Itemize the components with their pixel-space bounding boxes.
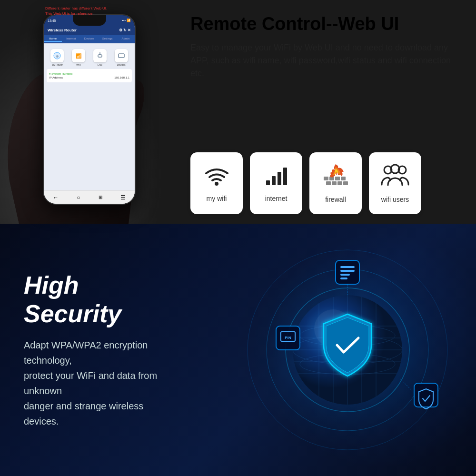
right-content: Remote Control--Web UI Easy to manage yo…: [181, 0, 476, 224]
svg-rect-8: [272, 176, 276, 185]
svg-text:⊕: ⊕: [56, 54, 59, 59]
phone-content: ⊕ My Router 📶 WiFi: [44, 43, 135, 87]
wifi-users-icon: [381, 163, 409, 190]
svg-rect-44: [340, 270, 355, 272]
feature-card-internet: internet: [250, 152, 302, 214]
firewall-label: firewall: [325, 196, 346, 203]
svg-text:PIN: PIN: [285, 336, 291, 340]
bottom-section: High Security Adapt WPA/WPA2 encryption …: [0, 224, 476, 476]
phone-app-header: Wireless Router ⚙ ↻ ✕: [44, 26, 135, 35]
svg-point-6: [215, 182, 218, 186]
svg-rect-9: [278, 172, 281, 185]
svg-rect-16: [332, 181, 337, 185]
phone-apps-btn[interactable]: ⊞: [99, 195, 102, 200]
security-title: High Security: [24, 271, 176, 328]
phone-icon-wifi: 📶 WiFi: [72, 49, 85, 66]
svg-rect-46: [340, 278, 347, 279]
svg-rect-5: [119, 54, 124, 58]
svg-rect-7: [266, 180, 270, 185]
phone-bottom-nav: ← ○ ⊞ ☰: [44, 190, 135, 204]
phone-header-icons: ⚙ ↻ ✕: [119, 28, 131, 32]
globe-visualization: PIN: [214, 231, 476, 469]
svg-rect-15: [326, 181, 331, 185]
phone-icon-lan: LAN: [93, 49, 107, 66]
svg-rect-18: [343, 181, 348, 185]
main-title: Remote Control--Web UI: [190, 14, 462, 34]
feature-card-my-wifi: my wifi: [190, 152, 243, 214]
phone-screen: Wireless Router ⚙ ↻ ✕ Home Internet Devi…: [44, 26, 135, 204]
feature-card-firewall: firewall: [309, 152, 362, 214]
phone-icon-devices: Devices: [115, 49, 128, 66]
svg-rect-14: [341, 177, 346, 180]
phone-icon-myrouter: ⊕ My Router: [50, 49, 64, 66]
svg-rect-45: [340, 274, 350, 276]
svg-rect-50: [414, 383, 438, 407]
internet-label: internet: [265, 195, 288, 202]
phone-notch: [73, 15, 106, 26]
top-section: 13:45 ▪▪▪ 📶 Wireless Router ⚙ ↻ ✕ Home I…: [0, 0, 476, 224]
phone-device: 13:45 ▪▪▪ 📶 Wireless Router ⚙ ↻ ✕ Home I…: [43, 14, 136, 205]
feature-card-wifi-users: wifi users: [369, 152, 421, 214]
wifi-users-label: wifi users: [381, 196, 409, 203]
main-description: Easy to manage your WiFi by Web UI and n…: [190, 41, 462, 80]
security-description: Adapt WPA/WPA2 encryption technology, pr…: [24, 337, 176, 429]
phone-nav-admin[interactable]: Admin: [117, 36, 135, 42]
svg-rect-17: [337, 181, 342, 185]
svg-text:📶: 📶: [76, 53, 82, 59]
phone-nav-internet[interactable]: Internet: [62, 36, 80, 42]
phone-home-btn[interactable]: ○: [77, 194, 80, 201]
phone-icons-row: ⊕ My Router 📶 WiFi: [47, 49, 132, 66]
globe-area: PIN: [214, 231, 476, 469]
phone-app-name: Wireless Router: [48, 28, 77, 32]
svg-rect-10: [283, 168, 287, 185]
bottom-text-area: High Security Adapt WPA/WPA2 encryption …: [0, 247, 200, 453]
internet-icon: [263, 165, 289, 189]
phone-back-btn[interactable]: ←: [53, 194, 59, 201]
phone-indicators: ▪▪▪ 📶: [122, 19, 131, 22]
wifi-icon: [204, 165, 230, 189]
disclaimer-text: Different router has different Web UI. T…: [45, 6, 107, 16]
svg-rect-42: [336, 260, 359, 284]
svg-rect-43: [340, 266, 355, 268]
svg-rect-3: [98, 55, 102, 57]
phone-area: 13:45 ▪▪▪ 📶 Wireless Router ⚙ ↻ ✕ Home I…: [0, 0, 181, 224]
phone-nav-settings[interactable]: Settings: [99, 36, 117, 42]
my-wifi-label: my wifi: [207, 195, 227, 202]
phone-time: 13:45: [48, 19, 56, 22]
svg-rect-13: [335, 177, 340, 180]
phone-menu-btn[interactable]: ☰: [120, 194, 126, 201]
svg-rect-11: [324, 177, 328, 180]
phone-nav: Home Internet Devices Settings Admin: [44, 35, 135, 43]
features-row: my wifi internet: [190, 152, 462, 214]
phone-nav-home[interactable]: Home: [44, 36, 62, 42]
firewall-icon: [323, 163, 349, 190]
phone-nav-devices[interactable]: Devices: [80, 36, 98, 42]
phone-info-box: ● System Running IP Address 192.168.1.1: [47, 69, 132, 82]
